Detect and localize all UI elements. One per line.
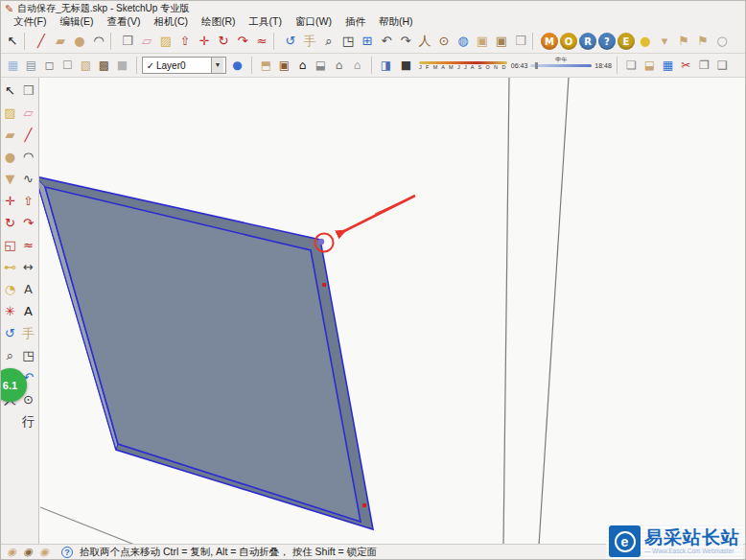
style-hidden-line[interactable]: ☐ [58,55,77,76]
cone-tool[interactable]: ▾ [655,31,674,52]
chevron-down-icon[interactable]: ▼ [211,58,223,73]
flag-tool-1[interactable]: ⚑ [674,31,693,52]
view-house-2[interactable]: ⌂ [348,55,366,76]
rotate-tool[interactable]: ↻ [1,212,19,234]
layer-dropdown[interactable]: ✓ Layer0 ▼ [142,57,226,74]
offset-tool[interactable]: ≈ [252,31,271,52]
style-shaded[interactable]: ▧ [77,55,95,76]
follow-me-tool[interactable]: ↷ [19,212,37,234]
text-tool[interactable]: A [19,278,37,300]
zoom-window-tool[interactable]: ◳ [19,344,37,366]
style-textured[interactable]: ▩ [95,55,113,76]
zoom-window-tool[interactable]: ◳ [338,31,358,52]
menu-plugins[interactable]: 插件 [338,15,372,29]
view-fold[interactable]: ⬓ [312,55,330,76]
eraser-tool[interactable]: ▱ [19,102,37,124]
save-button[interactable]: ▦ [659,55,677,76]
previous-view-tool[interactable]: ↶ [377,31,396,52]
arc-tool[interactable]: ◠ [19,146,37,168]
shadow-toggle-button[interactable]: ■ [397,55,415,76]
line-tool[interactable]: ╱ [19,124,37,146]
protractor-tool[interactable]: ◔ [1,278,19,300]
view-front[interactable]: ⌂ [293,55,312,76]
move-grip-point[interactable] [318,239,324,245]
look-around-tool[interactable]: ⊙ [434,31,454,52]
model-canvas[interactable] [39,78,746,546]
paint-bucket-tool[interactable]: ▨ [156,31,175,52]
style-monochrome[interactable]: ■ [113,55,131,76]
menu-draw[interactable]: 绘图(R) [195,15,243,29]
view-iso[interactable]: ⬒ [257,55,275,76]
paint-bucket-tool[interactable]: ▨ [1,102,19,124]
sphere-tool[interactable]: ● [636,31,655,52]
arc-tool[interactable]: ◠ [89,31,108,52]
help-icon[interactable]: ? [61,547,73,558]
menu-file[interactable]: 文件(F) [7,15,53,29]
google-earth-tool[interactable]: ◍ [454,31,473,52]
paste-button[interactable]: ❑ [713,55,732,76]
menu-view[interactable]: 查看(V) [100,15,147,29]
view-house[interactable]: ⌂ [330,55,348,76]
menu-camera[interactable]: 相机(C) [147,15,195,29]
get-models-tool[interactable]: ▣ [473,31,492,52]
layer-manager-button[interactable]: ● [228,55,246,76]
tape-measure-tool[interactable]: ⊷ [1,256,19,278]
flag-tool-2[interactable]: ⚑ [693,31,712,52]
copy-button[interactable]: ❐ [695,55,713,76]
make-component-tool[interactable]: ❒ [118,31,137,52]
rectangle-tool[interactable]: ▰ [1,124,19,146]
move-tool[interactable]: ✛ [195,31,214,52]
shadow-month-slider[interactable]: J F M A M J J A S O N D [417,56,509,75]
plugin-badge-o[interactable]: O [560,33,577,50]
dimension-tool[interactable]: ↔ [19,256,37,278]
circle-tool[interactable]: ● [1,146,19,168]
push-pull-tool[interactable]: ⇧ [175,31,195,52]
orbit-tool[interactable]: ↺ [281,31,300,52]
3d-text-tool[interactable]: A [19,300,37,322]
slab-front-face[interactable] [45,187,361,522]
make-component-tool[interactable]: ❒ [19,80,37,102]
select-tool[interactable]: ↖ [3,31,22,52]
rotate-tool[interactable]: ↻ [214,31,233,52]
plugin-badge-e[interactable]: E [618,33,635,50]
shadow-settings-button[interactable]: ◨ [377,55,395,76]
zoom-extents-tool[interactable]: ⊞ [358,31,377,52]
menu-tools[interactable]: 工具(T) [243,15,289,29]
walk-tool[interactable]: 行 [19,410,37,432]
open-button[interactable]: ⬓ [641,55,659,76]
style-back-edges[interactable]: ▤ [22,55,40,76]
menu-window[interactable]: 窗口(W) [289,15,338,29]
sphere-outline-tool[interactable]: ○ [712,31,732,52]
shadow-time-slider[interactable]: 06:43 中午 18:48 [511,62,612,69]
menu-help[interactable]: 帮助(H) [372,15,420,29]
axes-tool[interactable]: ✳ [1,300,19,322]
plugin-badge-r[interactable]: R [579,33,596,50]
circle-tool[interactable]: ● [70,31,89,52]
new-button[interactable]: ❏ [622,55,641,76]
zoom-tool[interactable]: ⌕ [319,31,338,52]
style-wireframe[interactable]: ◻ [40,55,58,76]
component-box-tool[interactable]: ❒ [511,31,530,52]
move-tool[interactable]: ✛ [1,190,19,212]
next-view-tool[interactable]: ↷ [396,31,415,52]
cut-button[interactable]: ✂ [677,55,695,76]
polygon-tool[interactable]: ▼ [1,168,19,190]
eraser-tool[interactable]: ▱ [137,31,156,52]
select-tool[interactable]: ↖ [1,80,19,102]
time-slider-track[interactable]: 中午 [530,64,592,67]
claim-status[interactable]: ◉ [21,546,35,558]
pan-tool[interactable]: 手 [300,31,319,52]
plugin-badge-m[interactable]: M [541,33,558,50]
view-box[interactable]: ▣ [275,55,293,76]
menu-edit[interactable]: 编辑(E) [53,15,100,29]
rectangle-tool[interactable]: ▰ [51,31,70,52]
pan-tool[interactable]: 手 [19,322,37,344]
push-pull-tool[interactable]: ⇧ [19,190,37,212]
geo-location-status[interactable]: ◉ [5,546,18,558]
share-models-tool[interactable]: ▣ [492,31,511,52]
plugin-badge-help[interactable]: ? [598,33,616,50]
zoom-tool[interactable]: ⌕ [1,344,19,366]
scale-tool[interactable]: ◱ [1,234,19,256]
freehand-tool[interactable]: ∿ [19,168,37,190]
orbit-tool[interactable]: ↺ [1,322,19,344]
